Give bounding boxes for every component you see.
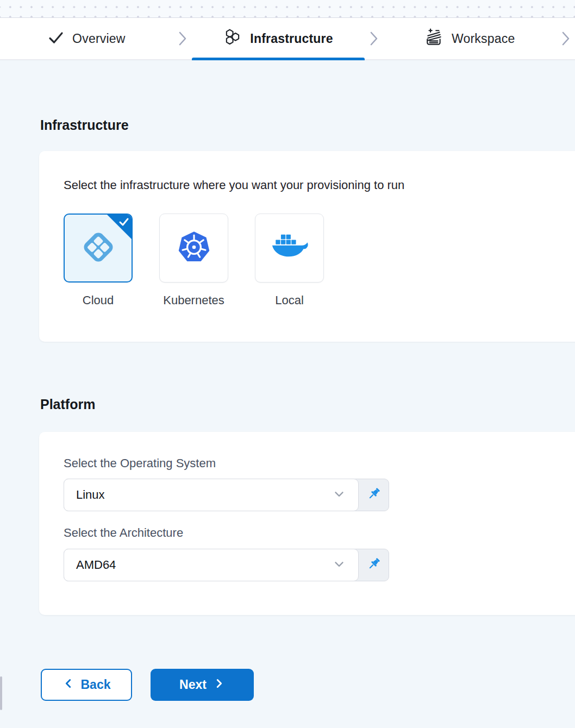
wizard-steps-nav: Overview Infrastructure xyxy=(0,18,575,60)
infrastructure-prompt: Select the infrastructure where you want… xyxy=(64,178,575,192)
chevron-right-icon xyxy=(213,677,225,693)
chevron-left-icon xyxy=(62,677,74,693)
back-button-label: Back xyxy=(81,677,111,692)
arch-pin-button[interactable] xyxy=(359,549,389,581)
infrastructure-panel: Select the infrastructure where you want… xyxy=(39,151,575,342)
tab-workspace-label: Workspace xyxy=(452,32,515,46)
pushpin-icon xyxy=(366,556,382,574)
tab-overview[interactable]: Overview xyxy=(0,18,173,59)
pushpin-icon xyxy=(366,486,382,504)
option-local: Local xyxy=(255,214,324,307)
hexagons-icon xyxy=(223,28,242,49)
kubernetes-tile[interactable] xyxy=(159,214,228,283)
chevron-down-icon xyxy=(332,557,346,573)
arch-select-label: Select the Architecture xyxy=(64,526,575,540)
chevron-down-icon xyxy=(332,487,346,503)
cloud-provisioner-icon xyxy=(77,226,120,271)
footer-actions: Back Next xyxy=(41,669,575,701)
os-select-label: Select the Operating System xyxy=(64,456,575,470)
tab-workspace[interactable]: Workspace xyxy=(383,18,557,59)
kubernetes-icon xyxy=(176,229,212,267)
option-kubernetes: Kubernetes xyxy=(159,214,228,307)
os-pin-button[interactable] xyxy=(359,479,389,511)
infrastructure-options: Cloud xyxy=(64,214,575,307)
docker-icon xyxy=(270,233,309,264)
kubernetes-label: Kubernetes xyxy=(163,293,224,307)
next-button-label: Next xyxy=(179,677,207,692)
os-select-value: Linux xyxy=(76,488,332,502)
cloud-tile[interactable] xyxy=(64,214,133,283)
tab-overview-label: Overview xyxy=(72,32,125,46)
dotted-header-strip xyxy=(0,0,575,18)
platform-section-heading: Platform xyxy=(40,396,575,412)
back-button[interactable]: Back xyxy=(41,669,132,701)
local-label: Local xyxy=(275,293,304,307)
arch-select-value: AMD64 xyxy=(76,558,332,572)
chevron-right-icon xyxy=(365,18,383,59)
os-select-group: Linux xyxy=(64,479,389,511)
chevron-right-icon xyxy=(557,18,575,59)
os-select[interactable]: Linux xyxy=(64,479,359,511)
option-cloud: Cloud xyxy=(64,214,133,307)
cloud-label: Cloud xyxy=(83,293,114,307)
tab-infrastructure[interactable]: Infrastructure xyxy=(192,18,365,59)
next-button[interactable]: Next xyxy=(151,669,254,701)
tab-infrastructure-label: Infrastructure xyxy=(250,32,333,46)
workspace-stack-icon xyxy=(425,28,443,49)
infrastructure-section-heading: Infrastructure xyxy=(40,117,575,133)
arch-select[interactable]: AMD64 xyxy=(64,549,359,581)
platform-panel: Select the Operating System Linux xyxy=(39,432,575,615)
left-scrollbar[interactable] xyxy=(0,676,2,710)
arch-select-group: AMD64 xyxy=(64,549,389,581)
check-icon xyxy=(48,29,64,48)
local-tile[interactable] xyxy=(255,214,324,283)
chevron-right-icon xyxy=(173,18,192,59)
